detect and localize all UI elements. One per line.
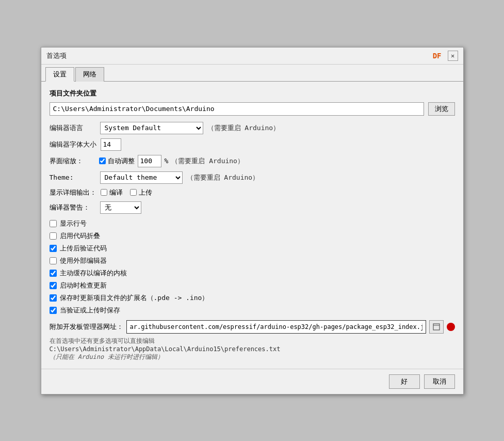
board-manager-section: 附加开发板管理器网址：: [50, 320, 455, 334]
pref-path: C:\Users\Administrator\AppData\Local\Ard…: [50, 345, 455, 353]
verbose-row: 显示详细输出： 编译 上传: [50, 188, 455, 197]
scale-auto-text: 自动调整: [108, 156, 135, 166]
project-folder-row: 浏览: [50, 102, 455, 116]
scale-percent: %: [165, 157, 169, 165]
check-updates-row: 启动时检查更新: [50, 281, 455, 290]
save-on-verify-checkbox[interactable]: [50, 307, 57, 314]
editor-language-select[interactable]: System Default 中文(简体) English 日本語: [100, 122, 203, 134]
cancel-button[interactable]: 取消: [424, 374, 455, 389]
verify-upload-checkbox[interactable]: [50, 245, 57, 252]
settings-content: 项目文件夹位置 浏览 编辑器语言 System Default 中文(简体) E…: [41, 82, 463, 369]
show-line-numbers-row: 显示行号: [50, 219, 455, 228]
edit-icon: [433, 323, 440, 330]
update-extension-row: 保存时更新项目文件的扩展名（.pde -> .ino）: [50, 293, 455, 303]
tab-settings[interactable]: 设置: [45, 67, 74, 82]
scale-hint: （需要重启 Arduino）: [171, 156, 244, 166]
save-on-verify-row: 当验证或上传时保存: [50, 306, 455, 315]
check-updates-label: 启动时检查更新: [60, 281, 107, 290]
update-extension-checkbox[interactable]: [50, 294, 57, 302]
preferences-dialog: 首选项 DF ✕ 设置 网络 项目文件夹位置 浏览 编辑器语言 System D…: [41, 47, 464, 395]
project-folder-label: 项目文件夹位置: [50, 89, 455, 98]
title-bar-right: DF ✕: [433, 51, 458, 61]
dialog-title: 首选项: [46, 51, 67, 60]
aggressive-cache-label: 主动缓存以编译的内核: [60, 269, 127, 278]
code-folding-checkbox[interactable]: [50, 232, 57, 240]
external-editor-checkbox[interactable]: [50, 257, 57, 264]
show-line-numbers-checkbox[interactable]: [50, 220, 57, 227]
close-button[interactable]: ✕: [448, 51, 458, 61]
pref-sub: （只能在 Arduino 未运行时进行编辑）: [50, 353, 455, 361]
verbose-compile-checkbox[interactable]: [101, 189, 107, 196]
theme-label: Theme:: [50, 174, 96, 181]
theme-select[interactable]: Default theme: [100, 171, 183, 184]
editor-fontsize-row: 编辑器字体大小: [50, 138, 455, 151]
df-label: DF: [433, 52, 442, 60]
editor-language-label: 编辑器语言: [50, 123, 96, 133]
verbose-compile-option: 编译: [101, 188, 123, 197]
verbose-upload-checkbox[interactable]: [130, 189, 137, 196]
ok-button[interactable]: 好: [389, 374, 420, 389]
verbose-label: 显示详细输出：: [50, 188, 96, 197]
verbose-upload-label: 上传: [139, 188, 152, 197]
show-line-numbers-label: 显示行号: [60, 219, 87, 228]
board-manager-url-row: 附加开发板管理器网址：: [50, 320, 455, 334]
update-extension-label: 保存时更新项目文件的扩展名（.pde -> .ino）: [60, 293, 209, 303]
scale-auto-checkbox[interactable]: [99, 158, 106, 164]
theme-hint: （需要重启 Arduino）: [187, 173, 259, 182]
check-updates-checkbox[interactable]: [50, 282, 57, 289]
svg-rect-0: [433, 324, 440, 330]
scale-auto-label: 自动调整: [99, 156, 135, 166]
aggressive-cache-row: 主动缓存以编译的内核: [50, 269, 455, 278]
warnings-row: 编译器警告： 无 默认 更多 所有: [50, 201, 455, 214]
verbose-upload-option: 上传: [130, 188, 152, 197]
verify-upload-row: 上传后验证代码: [50, 244, 455, 253]
board-manager-url-label: 附加开发板管理器网址：: [50, 322, 123, 332]
scale-label: 界面缩放：: [50, 156, 96, 166]
verbose-compile-label: 编译: [109, 188, 123, 197]
warnings-select[interactable]: 无 默认 更多 所有: [100, 201, 141, 214]
title-bar: 首选项 DF ✕: [41, 48, 463, 65]
aggressive-cache-checkbox[interactable]: [50, 270, 57, 277]
tabs-bar: 设置 网络: [41, 65, 463, 82]
editor-language-hint: （需要重启 Arduino）: [207, 123, 280, 133]
warnings-label: 编译器警告：: [50, 203, 96, 212]
editor-fontsize-input[interactable]: [101, 138, 121, 151]
url-indicator-dot: [447, 323, 455, 331]
url-edit-button[interactable]: [429, 320, 444, 334]
dialog-footer: 好 取消: [41, 369, 463, 394]
theme-row: Theme: Default theme （需要重启 Arduino）: [50, 171, 455, 184]
scale-row: 界面缩放： 自动调整 % （需要重启 Arduino）: [50, 155, 455, 167]
title-bar-left: 首选项: [46, 51, 67, 60]
pref-note: 在首选项中还有更多选项可以直接编辑: [50, 337, 455, 345]
browse-button[interactable]: 浏览: [428, 102, 455, 116]
verify-upload-label: 上传后验证代码: [60, 244, 107, 253]
external-editor-label: 使用外部编辑器: [60, 256, 107, 265]
save-on-verify-label: 当验证或上传时保存: [60, 306, 120, 315]
project-folder-input[interactable]: [50, 102, 424, 116]
tab-network[interactable]: 网络: [75, 67, 104, 82]
scale-input[interactable]: [138, 155, 161, 167]
verbose-options: 编译 上传: [101, 188, 152, 197]
board-manager-url-input[interactable]: [126, 320, 426, 334]
code-folding-label: 启用代码折叠: [60, 231, 100, 241]
external-editor-row: 使用外部编辑器: [50, 256, 455, 265]
editor-fontsize-label: 编辑器字体大小: [50, 140, 96, 149]
editor-language-row: 编辑器语言 System Default 中文(简体) English 日本語 …: [50, 122, 455, 134]
code-folding-row: 启用代码折叠: [50, 231, 455, 241]
